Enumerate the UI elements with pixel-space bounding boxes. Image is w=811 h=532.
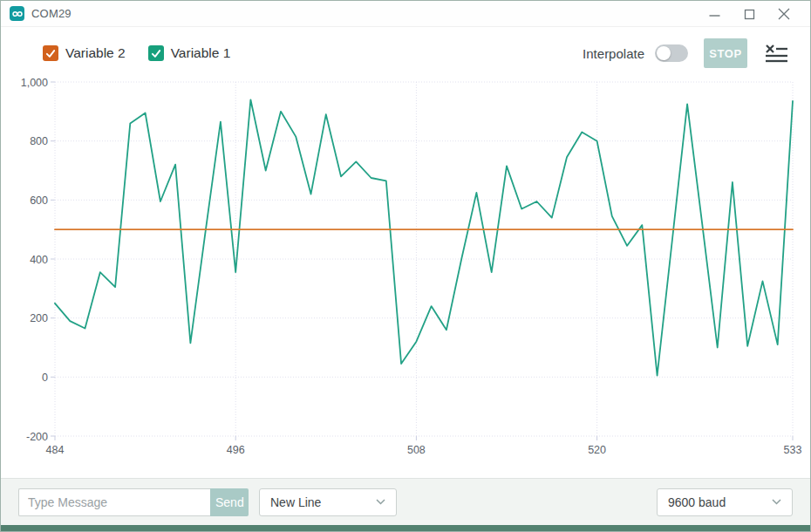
svg-text:1,000: 1,000: [21, 77, 48, 89]
clear-icon: [764, 43, 789, 65]
check-icon: [45, 49, 56, 58]
chevron-down-icon: [376, 499, 385, 505]
svg-text:508: 508: [407, 444, 426, 456]
toolbar-right-controls: Interpolate STOP: [583, 38, 791, 68]
legend-item-variable-2[interactable]: Variable 2: [43, 45, 126, 61]
svg-text:496: 496: [227, 444, 245, 456]
window-bottom-border: [1, 525, 810, 531]
svg-text:-200: -200: [26, 431, 48, 443]
svg-text:400: 400: [30, 254, 48, 266]
legend-label: Variable 1: [171, 45, 231, 61]
svg-text:0: 0: [42, 372, 48, 384]
svg-text:200: 200: [30, 312, 48, 324]
title-bar: COM29: [1, 1, 810, 27]
check-icon: [151, 49, 161, 58]
close-icon: [778, 8, 790, 20]
maximize-icon: [744, 9, 755, 20]
svg-text:600: 600: [30, 194, 48, 207]
variable-2-checkbox[interactable]: [43, 45, 58, 61]
baud-rate-select[interactable]: 9600 baud: [657, 488, 793, 516]
send-button[interactable]: Send: [210, 488, 249, 516]
serial-plotter-window: COM29: [0, 0, 811, 532]
svg-text:484: 484: [46, 444, 65, 456]
variable-1-checkbox[interactable]: [148, 45, 164, 61]
svg-text:533: 533: [784, 444, 802, 456]
infinity-glyph: [12, 10, 23, 17]
legend-label: Variable 2: [65, 45, 126, 61]
toolbar: Variable 2 Variable 1 Interpolate STOP: [1, 32, 810, 74]
toggle-knob: [657, 46, 671, 60]
message-input[interactable]: [18, 488, 210, 516]
maximize-button[interactable]: [732, 1, 767, 27]
window-controls: [697, 1, 801, 27]
bottom-bar: Send New Line 9600 baud: [1, 478, 810, 525]
interpolate-toggle[interactable]: [655, 44, 688, 62]
chevron-down-icon: [772, 499, 781, 505]
chart-legend: Variable 2 Variable 1: [43, 45, 230, 61]
svg-text:800: 800: [30, 135, 48, 147]
interpolate-label: Interpolate: [583, 46, 644, 61]
arduino-icon: [10, 6, 24, 21]
minimize-button[interactable]: [697, 1, 732, 27]
minimize-icon: [709, 9, 720, 20]
line-ending-select[interactable]: New Line: [259, 488, 397, 516]
close-button[interactable]: [767, 1, 801, 27]
stop-button[interactable]: STOP: [704, 38, 747, 68]
baud-rate-value: 9600 baud: [668, 495, 726, 509]
clear-output-button[interactable]: [762, 41, 791, 66]
legend-item-variable-1[interactable]: Variable 1: [148, 45, 231, 61]
svg-text:520: 520: [588, 444, 606, 456]
line-ending-value: New Line: [270, 495, 321, 509]
window-title: COM29: [31, 7, 72, 20]
